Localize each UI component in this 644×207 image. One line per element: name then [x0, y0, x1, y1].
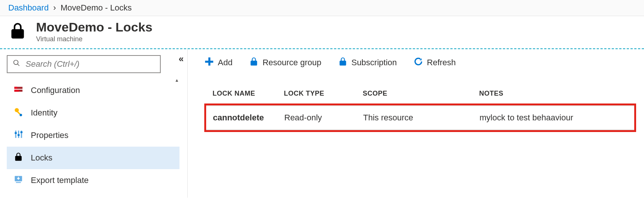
breadcrumb: Dashboard › MoveDemo - Locks: [0, 0, 644, 16]
resource-group-button[interactable]: Resource group: [249, 57, 321, 69]
svg-line-1: [18, 64, 20, 66]
svg-rect-14: [20, 131, 22, 133]
add-button-label: Add: [218, 58, 232, 68]
key-icon: [14, 107, 23, 119]
refresh-button[interactable]: Refresh: [413, 57, 456, 69]
sidebar-item-identity[interactable]: Identity: [7, 102, 179, 124]
sidebar: « ▲ Configuration Identity: [0, 49, 188, 198]
page-title: MoveDemo - Locks: [36, 20, 152, 34]
configuration-icon: [14, 84, 23, 96]
main-content: Add Resource group Subscription Refresh: [188, 49, 644, 198]
sidebar-item-label: Configuration: [31, 86, 80, 95]
page-header: MoveDemo - Locks Virtual machine: [0, 16, 644, 48]
page-subtitle: Virtual machine: [36, 35, 152, 43]
breadcrumb-root[interactable]: Dashboard: [8, 3, 49, 12]
col-header-notes[interactable]: NOTES: [479, 90, 636, 98]
add-button[interactable]: Add: [204, 57, 232, 69]
sidebar-item-configuration[interactable]: Configuration: [7, 79, 179, 102]
chevron-right-icon: ›: [51, 3, 58, 12]
sidebar-item-properties[interactable]: Properties: [7, 124, 179, 147]
lock-icon: [249, 57, 259, 69]
sidebar-item-locks[interactable]: Locks: [7, 147, 179, 169]
col-header-scope[interactable]: SCOPE: [363, 90, 479, 98]
toolbar: Add Resource group Subscription Refresh: [204, 57, 644, 69]
table-header: LOCK NAME LOCK TYPE SCOPE NOTES: [204, 90, 644, 98]
locks-table: LOCK NAME LOCK TYPE SCOPE NOTES cannotde…: [204, 90, 644, 132]
col-header-lock-type[interactable]: LOCK TYPE: [284, 90, 363, 98]
refresh-label: Refresh: [427, 58, 456, 68]
cell-notes: mylock to test behaaviour: [480, 113, 627, 123]
search-icon: [13, 59, 26, 69]
lock-icon: [14, 152, 23, 164]
search-input-wrapper[interactable]: [7, 55, 161, 73]
svg-rect-4: [14, 87, 17, 89]
refresh-icon: [413, 57, 423, 69]
sidebar-item-label: Export template: [31, 176, 89, 185]
chevron-double-left-icon: «: [179, 54, 184, 64]
cell-lock-type: Read-only: [284, 113, 363, 123]
scroll-up-icon[interactable]: ▲: [175, 78, 179, 83]
collapse-sidebar-button[interactable]: «: [179, 54, 184, 64]
sliders-icon: [14, 129, 23, 141]
sidebar-item-label: Identity: [31, 108, 57, 118]
plus-icon: [204, 57, 214, 69]
lock-icon: [338, 57, 348, 69]
export-icon: [14, 174, 23, 186]
col-header-lock-name[interactable]: LOCK NAME: [213, 90, 284, 98]
lock-icon: [8, 21, 27, 42]
svg-rect-12: [15, 132, 17, 134]
svg-rect-13: [18, 134, 20, 136]
sidebar-item-label: Properties: [31, 130, 68, 140]
svg-rect-5: [14, 90, 19, 92]
sidebar-item-export-template[interactable]: Export template: [7, 169, 179, 192]
subscription-label: Subscription: [351, 58, 397, 68]
svg-rect-16: [16, 182, 21, 183]
cell-lock-name: cannotdelete: [213, 113, 284, 123]
cell-scope: This resource: [363, 113, 480, 123]
svg-rect-9: [15, 130, 16, 138]
subscription-button[interactable]: Subscription: [338, 57, 397, 69]
svg-point-0: [14, 60, 18, 65]
highlighted-row: cannotdelete Read-only This resource myl…: [204, 104, 636, 132]
resource-group-label: Resource group: [262, 58, 321, 68]
search-input[interactable]: [26, 59, 155, 69]
sidebar-item-label: Locks: [31, 153, 52, 163]
table-row[interactable]: cannotdelete Read-only This resource myl…: [206, 105, 634, 130]
breadcrumb-current: MoveDemo - Locks: [60, 3, 132, 12]
svg-point-8: [20, 114, 22, 116]
svg-rect-18: [205, 61, 213, 63]
